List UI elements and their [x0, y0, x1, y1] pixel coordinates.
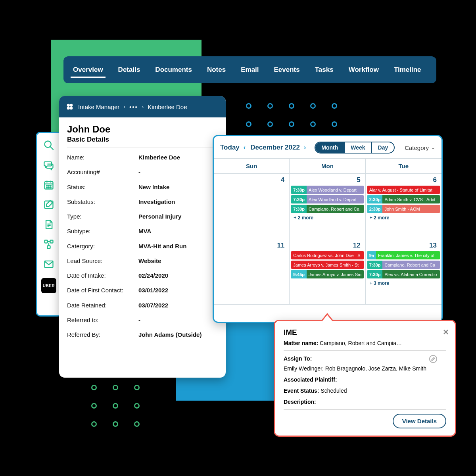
- chevron-right-icon: ›: [123, 104, 125, 110]
- svg-rect-17: [50, 240, 53, 243]
- svg-point-11: [50, 187, 51, 188]
- calendar-cell[interactable]: 12Carlos Rodriguez vs. John Doe - SJames…: [290, 239, 365, 305]
- more-events-link[interactable]: + 3 more: [367, 280, 440, 287]
- calendar-event[interactable]: 7:30pCampiano, Robert and Ca: [291, 205, 363, 213]
- workflow-icon[interactable]: [43, 238, 55, 250]
- detail-label: Date of First Contact:: [67, 286, 138, 295]
- calendar-cell[interactable]: 4: [214, 174, 290, 239]
- detail-value: 02/24/2020: [138, 271, 168, 280]
- detail-row: Lead Source:Website: [67, 256, 218, 265]
- calendar-event[interactable]: 2:30pJohn Smith - AOM: [367, 205, 440, 213]
- tab-events[interactable]: Eevents: [268, 59, 306, 81]
- view-month[interactable]: Month: [315, 142, 345, 153]
- calendar-event[interactable]: 2:30pAdam Smith v. CVS - Arbit: [367, 195, 440, 203]
- detail-label: Date of Intake:: [67, 271, 138, 280]
- detail-value: Investigation: [138, 197, 175, 206]
- calendar-event[interactable]: 9aFranklin, James v. The city of: [367, 251, 440, 259]
- tab-timeline[interactable]: Timeline: [388, 59, 428, 81]
- detail-label: Status:: [67, 182, 138, 192]
- event-title: John Smith - AOM: [382, 207, 440, 211]
- breadcrumb-ellipsis[interactable]: •••: [129, 104, 138, 110]
- day-header-tue: Tue: [366, 159, 441, 174]
- calendar-event[interactable]: Carlos Rodriguez vs. John Doe - S: [291, 251, 363, 259]
- view-details-button[interactable]: View Details: [393, 414, 446, 428]
- detail-value: New Intake: [138, 182, 169, 192]
- view-day[interactable]: Day: [372, 142, 394, 153]
- event-title: Alex Woodland v. Depart: [307, 188, 364, 192]
- event-title: James Arroyo v. James Sm: [307, 272, 364, 277]
- detail-row: Name:Kimberlee Doe: [67, 153, 218, 162]
- calendar-event[interactable]: 7:30pAlex Woodland v. Depart: [291, 195, 363, 203]
- event-title: Campiano, Robert and Ca: [382, 263, 440, 267]
- view-week[interactable]: Week: [345, 142, 372, 153]
- detail-row: Type:Personal Injury: [67, 212, 218, 221]
- calendar-month-label: December 2022: [250, 144, 300, 152]
- detail-label: Subtype:: [67, 226, 138, 236]
- more-events-link[interactable]: + 2 more: [291, 214, 363, 221]
- tab-workflow[interactable]: Workflow: [342, 59, 385, 81]
- document-icon[interactable]: [43, 219, 55, 230]
- uber-tile[interactable]: UBER: [41, 278, 56, 293]
- calendar-prev-button[interactable]: ‹: [244, 144, 246, 151]
- calendar-event[interactable]: 9:45pJames Arroyo v. James Sm: [291, 270, 363, 278]
- event-title: Alar v. August - Statute of Limitat: [367, 188, 440, 192]
- more-events-link[interactable]: + 2 more: [367, 214, 440, 221]
- tab-details[interactable]: Details: [112, 59, 147, 81]
- tab-email[interactable]: Email: [234, 59, 265, 81]
- assign-value: Emily Wedinger, Rob Bragagnolo, Jose Zar…: [284, 365, 426, 372]
- mail-icon[interactable]: [43, 258, 55, 270]
- calendar-cell[interactable]: 57:30pAlex Woodland v. Depart7:30pAlex W…: [290, 174, 365, 239]
- detail-value: MVA-Hit and Run: [138, 242, 186, 251]
- detail-value: Personal Injury: [138, 212, 181, 221]
- matter-label: Matter name:: [284, 340, 318, 346]
- calendar-event[interactable]: 7:30pAlex Woodland v. Depart: [291, 186, 363, 194]
- day-header-mon: Mon: [290, 159, 365, 174]
- calendar-event[interactable]: James Arroyo v. James Smith - St: [291, 261, 363, 269]
- calendar-icon[interactable]: [43, 179, 55, 191]
- detail-value: -: [138, 167, 140, 177]
- day-number: 4: [215, 174, 288, 186]
- day-header-sun: Sun: [214, 159, 290, 174]
- svg-line-1: [50, 147, 54, 150]
- calendar-cell[interactable]: 11: [214, 239, 290, 305]
- svg-rect-18: [48, 246, 50, 249]
- status-value: Scheduled: [321, 388, 347, 394]
- intake-header: Intake Manager › ••• › Kimberlee Doe: [59, 96, 226, 117]
- tab-documents[interactable]: Documents: [149, 59, 198, 81]
- tab-tasks[interactable]: Tasks: [309, 59, 340, 81]
- assign-label: Assign To:: [284, 355, 312, 362]
- detail-label: Name:: [67, 153, 138, 162]
- category-select[interactable]: Category ⌄: [405, 144, 435, 151]
- edit-icon[interactable]: [429, 355, 438, 363]
- calendar-cell[interactable]: 6Alar v. August - Statute of Limitat2:30…: [366, 174, 441, 239]
- calendar-cell[interactable]: 139aFranklin, James v. The city of7:30pC…: [366, 239, 441, 305]
- detail-row: Date Retained:03/07/2022: [67, 301, 218, 310]
- search-icon[interactable]: [43, 139, 55, 151]
- event-time: 7:30p: [291, 186, 307, 194]
- chat-icon[interactable]: [43, 159, 55, 171]
- icon-rail: UBER: [36, 132, 62, 317]
- compose-icon[interactable]: [43, 199, 55, 211]
- day-number: 11: [215, 239, 288, 251]
- desc-label: Description:: [284, 399, 316, 405]
- chevron-right-icon: ›: [142, 104, 144, 110]
- tab-overview[interactable]: Overview: [67, 59, 109, 81]
- calendar-today-button[interactable]: Today: [220, 144, 240, 152]
- event-title: Campiano, Robert and Ca: [307, 207, 364, 211]
- day-number: 12: [291, 239, 363, 251]
- detail-label: Referred to:: [67, 315, 138, 324]
- svg-point-21: [70, 104, 73, 107]
- close-icon[interactable]: ×: [443, 326, 449, 338]
- tab-notes[interactable]: Notes: [201, 59, 232, 81]
- svg-point-24: [430, 355, 437, 363]
- calendar-event[interactable]: 7:30pAlex vs. Alabama Correctio: [367, 270, 440, 278]
- calendar-next-button[interactable]: ›: [304, 144, 306, 151]
- svg-rect-16: [45, 240, 48, 243]
- calendar-event[interactable]: Alar v. August - Statute of Limitat: [367, 186, 440, 194]
- calendar-event[interactable]: 7:30pCampiano, Robert and Ca: [367, 261, 440, 269]
- detail-row: Status:New Intake: [67, 182, 218, 192]
- detail-label: Substatus:: [67, 197, 138, 206]
- svg-point-23: [70, 107, 73, 109]
- event-time: 2:30p: [367, 205, 383, 213]
- intake-card: Intake Manager › ••• › Kimberlee Doe Joh…: [59, 96, 226, 378]
